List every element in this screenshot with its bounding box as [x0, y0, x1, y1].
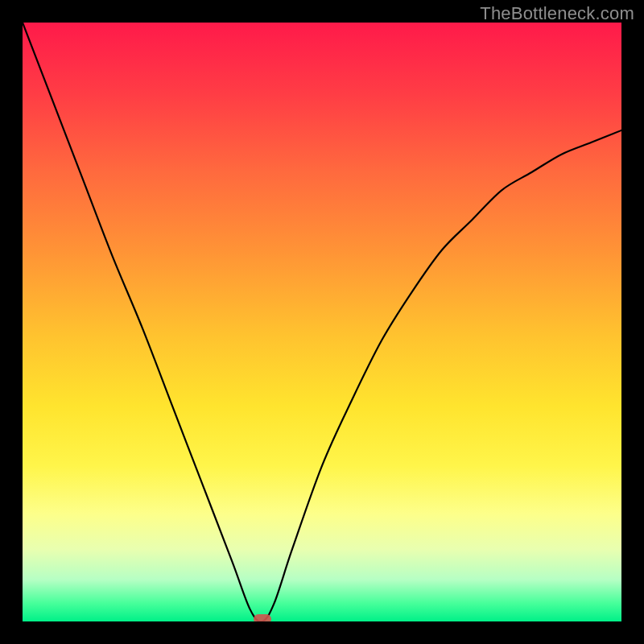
chart-frame: TheBottleneck.com	[0, 0, 644, 644]
optimal-point-marker	[254, 614, 271, 621]
plot-area	[23, 23, 621, 621]
watermark-text: TheBottleneck.com	[480, 3, 634, 24]
bottleneck-curve	[23, 23, 621, 621]
